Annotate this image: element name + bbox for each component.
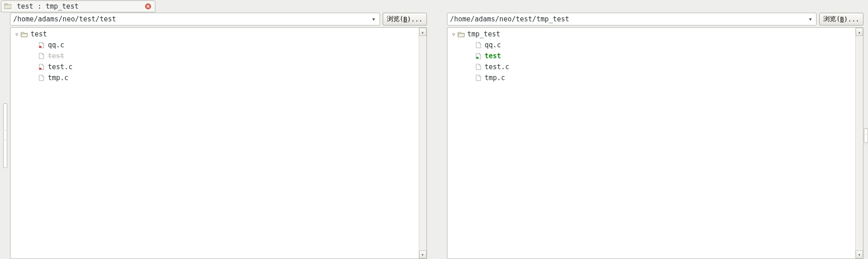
folder-icon <box>4 3 11 10</box>
file-icon <box>38 53 45 59</box>
chevron-down-icon[interactable]: ▽ <box>14 31 20 37</box>
pane-left: /home/adams/neo/test/test ▾ 浏览(B)... ▽ t… <box>10 12 427 259</box>
scroll-up-icon[interactable]: ▴ <box>856 28 863 36</box>
file-icon <box>38 75 45 81</box>
path-row-left: /home/adams/neo/test/test ▾ 浏览(B)... <box>10 12 427 27</box>
tree-scroll-right[interactable]: ▽ tmp_test ▽ qq.c ▽ <box>447 28 856 259</box>
file-label: tmp.c <box>485 74 505 82</box>
tree-file[interactable]: ▽ test.c <box>10 61 419 72</box>
drag-handle-left[interactable] <box>3 103 7 168</box>
file-label: qq.c <box>485 41 501 49</box>
path-value: /home/adams/neo/test/tmp_test <box>450 15 570 23</box>
browse-button-left[interactable]: 浏览(B)... <box>383 13 427 25</box>
file-diff-icon <box>38 64 45 70</box>
tree-folder[interactable]: ▽ tmp_test <box>447 29 856 40</box>
chevron-down-icon[interactable]: ▾ <box>370 15 377 23</box>
scroll-down-icon[interactable]: ▾ <box>419 250 426 259</box>
tree-file[interactable]: ▽ qq.c <box>447 40 856 51</box>
tree-file[interactable]: ▽ tmp.c <box>10 72 419 83</box>
file-icon <box>475 64 482 70</box>
file-icon <box>475 42 482 48</box>
scroll-up-icon[interactable]: ▴ <box>419 28 426 36</box>
pane-right: /home/adams/neo/test/tmp_test ▾ 浏览(B)...… <box>447 12 864 259</box>
diff-split: /home/adams/neo/test/test ▾ 浏览(B)... ▽ t… <box>0 12 868 259</box>
tree-file[interactable]: ▽ test.c <box>447 61 856 72</box>
path-input-left[interactable]: /home/adams/neo/test/test ▾ <box>10 13 380 25</box>
folder-icon <box>21 31 28 37</box>
path-value: /home/adams/neo/test/test <box>13 15 116 23</box>
gutter-right <box>863 12 868 259</box>
scroll-down-icon[interactable]: ▾ <box>856 250 863 259</box>
tab-bar: test : tmp_test <box>0 0 868 12</box>
file-label: qq.c <box>48 41 64 49</box>
scrollbar-left[interactable]: ▴ ▾ <box>419 28 426 259</box>
folder-label: test <box>31 30 47 38</box>
close-icon[interactable] <box>145 3 151 10</box>
drag-handle-right[interactable] <box>864 128 868 143</box>
tree-file[interactable]: ▽ test <box>447 51 856 61</box>
folder-label: tmp_test <box>467 30 500 38</box>
file-label: test <box>485 52 501 60</box>
file-label: test.c <box>48 63 72 71</box>
file-label: test.c <box>485 63 509 71</box>
path-input-right[interactable]: /home/adams/neo/test/tmp_test ▾ <box>447 13 817 25</box>
tree-file[interactable]: ▽ tmp.c <box>447 72 856 83</box>
file-label: tmp.c <box>48 74 68 82</box>
browse-button-right[interactable]: 浏览(B)... <box>819 13 863 25</box>
file-icon <box>475 75 482 81</box>
file-label: test <box>48 52 64 60</box>
chevron-down-icon[interactable]: ▽ <box>451 31 457 37</box>
tree-file[interactable]: ▽ test <box>10 51 419 61</box>
file-add-icon <box>475 53 482 59</box>
scrollbar-right[interactable]: ▴ ▾ <box>855 28 863 259</box>
tab-diff[interactable]: test : tmp_test <box>1 0 155 12</box>
tab-title: test : tmp_test <box>17 2 78 10</box>
tree-scroll-left[interactable]: ▽ test ▽ qq.c ▽ <box>10 28 419 259</box>
gutter-left <box>0 12 10 259</box>
chevron-down-icon[interactable]: ▾ <box>807 15 813 23</box>
tree-file[interactable]: ▽ qq.c <box>10 40 419 51</box>
tree-left: ▽ test ▽ qq.c ▽ <box>10 27 427 259</box>
folder-icon <box>457 31 465 37</box>
path-row-right: /home/adams/neo/test/tmp_test ▾ 浏览(B)... <box>447 12 864 27</box>
file-diff-icon <box>38 42 45 48</box>
tree-folder[interactable]: ▽ test <box>10 29 419 40</box>
gutter-mid[interactable] <box>427 12 447 259</box>
tree-right: ▽ tmp_test ▽ qq.c ▽ <box>447 27 864 259</box>
